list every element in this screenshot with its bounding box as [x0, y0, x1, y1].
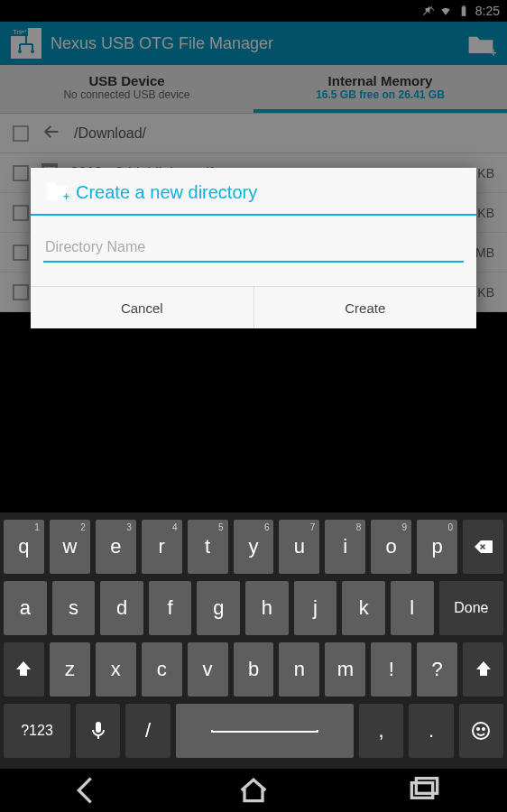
key-q[interactable]: q1 [4, 520, 44, 574]
folder-add-icon: + [47, 186, 67, 200]
key-f[interactable]: f [149, 581, 192, 635]
mic-key[interactable] [76, 704, 120, 758]
svg-point-7 [473, 723, 489, 739]
done-key[interactable]: Done [439, 581, 503, 635]
key-l[interactable]: l [391, 581, 434, 635]
key-j[interactable]: j [294, 581, 337, 635]
emoji-key[interactable] [459, 704, 503, 758]
key-g[interactable]: g [197, 581, 240, 635]
key-w[interactable]: w2 [50, 520, 90, 574]
key-t[interactable]: t5 [188, 520, 228, 574]
key-m[interactable]: m [325, 642, 365, 697]
key-s[interactable]: s [52, 581, 96, 635]
directory-name-input[interactable] [43, 234, 464, 263]
key-e[interactable]: e3 [96, 520, 136, 574]
key-u[interactable]: u7 [279, 520, 319, 574]
space-key[interactable] [176, 704, 354, 758]
shift-key[interactable] [4, 642, 44, 697]
key-p[interactable]: p0 [417, 520, 457, 574]
soft-keyboard: q1w2e3r4t5y6u7i8o9p0 asdfghjklDone zxcvb… [0, 512, 507, 769]
create-button[interactable]: Create [254, 287, 477, 328]
backspace-key[interactable] [463, 520, 503, 574]
key-k[interactable]: k [342, 581, 385, 635]
nav-recents-button[interactable] [404, 772, 440, 808]
slash-key[interactable]: / [125, 704, 170, 758]
svg-point-8 [477, 728, 479, 730]
key-c[interactable]: c [142, 642, 182, 697]
key-![interactable]: ! [371, 642, 411, 697]
shift-key-right[interactable] [463, 642, 503, 697]
create-directory-dialog: + Create a new directory Cancel Create [31, 168, 476, 328]
key-n[interactable]: n [279, 642, 319, 697]
key-a[interactable]: a [4, 581, 47, 635]
cancel-button[interactable]: Cancel [31, 287, 254, 328]
symbols-key[interactable]: ?123 [4, 704, 70, 758]
key-z[interactable]: z [50, 642, 90, 697]
nav-home-button[interactable] [235, 772, 272, 808]
key-b[interactable]: b [234, 642, 274, 697]
key-y[interactable]: y6 [234, 520, 274, 574]
system-nav-bar [0, 769, 507, 812]
key-i[interactable]: i8 [325, 520, 365, 574]
key-v[interactable]: v [188, 642, 228, 697]
key-?[interactable]: ? [417, 642, 457, 697]
nav-back-button[interactable] [67, 772, 103, 808]
dialog-title: Create a new directory [76, 182, 257, 203]
svg-point-9 [483, 728, 484, 730]
key-x[interactable]: x [96, 642, 136, 697]
key-r[interactable]: r4 [142, 520, 182, 574]
period-key[interactable]: . [409, 704, 453, 758]
comma-key[interactable]: , [359, 704, 403, 758]
key-h[interactable]: h [245, 581, 289, 635]
key-d[interactable]: d [100, 581, 143, 635]
key-o[interactable]: o9 [371, 520, 411, 574]
